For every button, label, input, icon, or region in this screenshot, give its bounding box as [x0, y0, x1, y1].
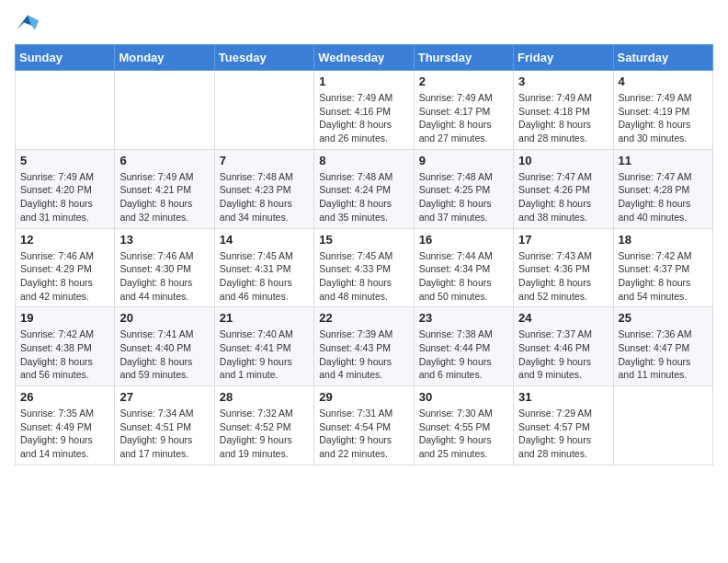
day-info: Sunrise: 7:35 AMSunset: 4:49 PMDaylight:… — [20, 407, 109, 461]
day-info: Sunrise: 7:37 AMSunset: 4:46 PMDaylight:… — [518, 327, 608, 382]
day-number: 12 — [20, 233, 109, 247]
day-info: Sunrise: 7:48 AMSunset: 4:24 PMDaylight:… — [319, 170, 408, 224]
calendar-day-28: 28Sunrise: 7:32 AMSunset: 4:52 PMDayligh… — [214, 386, 313, 465]
empty-cell — [115, 71, 214, 150]
day-info: Sunrise: 7:49 AMSunset: 4:19 PMDaylight:… — [619, 91, 708, 145]
day-number: 20 — [119, 311, 209, 325]
calendar-day-12: 12Sunrise: 7:46 AMSunset: 4:29 PMDayligh… — [16, 228, 115, 307]
day-info: Sunrise: 7:34 AMSunset: 4:51 PMDaylight:… — [119, 407, 209, 461]
day-number: 4 — [619, 75, 708, 88]
calendar-week-row: 19Sunrise: 7:42 AMSunset: 4:38 PMDayligh… — [16, 307, 713, 386]
day-info: Sunrise: 7:44 AMSunset: 4:34 PMDaylight:… — [419, 249, 508, 304]
day-number: 13 — [119, 233, 209, 247]
day-number: 19 — [20, 311, 109, 325]
calendar-day-6: 6Sunrise: 7:49 AMSunset: 4:21 PMDaylight… — [115, 149, 214, 228]
col-header-monday: Monday — [115, 45, 214, 71]
calendar-week-row: 12Sunrise: 7:46 AMSunset: 4:29 PMDayligh… — [16, 228, 713, 307]
day-number: 30 — [419, 390, 508, 404]
calendar-day-1: 1Sunrise: 7:49 AMSunset: 4:16 PMDaylight… — [314, 71, 414, 150]
day-number: 8 — [319, 154, 408, 167]
day-info: Sunrise: 7:47 AMSunset: 4:26 PMDaylight:… — [518, 170, 608, 224]
day-info: Sunrise: 7:41 AMSunset: 4:40 PMDaylight:… — [119, 327, 209, 382]
day-info: Sunrise: 7:38 AMSunset: 4:44 PMDaylight:… — [419, 327, 508, 382]
calendar-table: SundayMondayTuesdayWednesdayThursdayFrid… — [15, 44, 713, 465]
day-info: Sunrise: 7:49 AMSunset: 4:18 PMDaylight:… — [518, 91, 608, 145]
empty-cell — [16, 71, 115, 150]
day-number: 17 — [518, 233, 608, 247]
calendar-day-8: 8Sunrise: 7:48 AMSunset: 4:24 PMDaylight… — [314, 149, 414, 228]
calendar-day-31: 31Sunrise: 7:29 AMSunset: 4:57 PMDayligh… — [514, 386, 613, 465]
day-info: Sunrise: 7:31 AMSunset: 4:54 PMDaylight:… — [319, 407, 408, 461]
day-number: 22 — [319, 311, 408, 325]
calendar-day-23: 23Sunrise: 7:38 AMSunset: 4:44 PMDayligh… — [414, 307, 513, 386]
day-number: 9 — [419, 154, 508, 167]
calendar-header-row: SundayMondayTuesdayWednesdayThursdayFrid… — [16, 45, 713, 71]
calendar-week-row: 26Sunrise: 7:35 AMSunset: 4:49 PMDayligh… — [16, 386, 713, 465]
calendar-day-7: 7Sunrise: 7:48 AMSunset: 4:23 PMDaylight… — [214, 149, 313, 228]
calendar-day-29: 29Sunrise: 7:31 AMSunset: 4:54 PMDayligh… — [314, 386, 414, 465]
col-header-sunday: Sunday — [16, 45, 115, 71]
day-info: Sunrise: 7:48 AMSunset: 4:25 PMDaylight:… — [419, 170, 508, 224]
day-number: 31 — [518, 390, 608, 404]
logo — [15, 15, 39, 33]
day-number: 27 — [119, 390, 209, 404]
calendar-day-17: 17Sunrise: 7:43 AMSunset: 4:36 PMDayligh… — [514, 228, 613, 307]
calendar-day-25: 25Sunrise: 7:36 AMSunset: 4:47 PMDayligh… — [613, 307, 712, 386]
calendar-day-20: 20Sunrise: 7:41 AMSunset: 4:40 PMDayligh… — [115, 307, 214, 386]
calendar-day-11: 11Sunrise: 7:47 AMSunset: 4:28 PMDayligh… — [613, 149, 712, 228]
day-info: Sunrise: 7:48 AMSunset: 4:23 PMDaylight:… — [220, 170, 309, 224]
day-info: Sunrise: 7:29 AMSunset: 4:57 PMDaylight:… — [518, 407, 608, 461]
calendar-week-row: 1Sunrise: 7:49 AMSunset: 4:16 PMDaylight… — [16, 71, 713, 150]
page-header — [15, 15, 713, 33]
calendar-day-4: 4Sunrise: 7:49 AMSunset: 4:19 PMDaylight… — [613, 71, 712, 150]
day-number: 18 — [619, 233, 708, 247]
calendar-day-26: 26Sunrise: 7:35 AMSunset: 4:49 PMDayligh… — [16, 386, 115, 465]
day-info: Sunrise: 7:39 AMSunset: 4:43 PMDaylight:… — [319, 327, 408, 382]
calendar-day-27: 27Sunrise: 7:34 AMSunset: 4:51 PMDayligh… — [115, 386, 214, 465]
day-number: 21 — [220, 311, 309, 325]
day-number: 25 — [619, 311, 708, 325]
day-info: Sunrise: 7:49 AMSunset: 4:21 PMDaylight:… — [119, 170, 209, 224]
calendar-day-16: 16Sunrise: 7:44 AMSunset: 4:34 PMDayligh… — [414, 228, 513, 307]
day-number: 1 — [319, 75, 408, 88]
day-info: Sunrise: 7:47 AMSunset: 4:28 PMDaylight:… — [619, 170, 708, 224]
day-number: 24 — [518, 311, 608, 325]
calendar-day-15: 15Sunrise: 7:45 AMSunset: 4:33 PMDayligh… — [314, 228, 414, 307]
col-header-tuesday: Tuesday — [214, 45, 313, 71]
day-info: Sunrise: 7:49 AMSunset: 4:16 PMDaylight:… — [319, 91, 408, 145]
day-info: Sunrise: 7:49 AMSunset: 4:17 PMDaylight:… — [419, 91, 508, 145]
day-info: Sunrise: 7:49 AMSunset: 4:20 PMDaylight:… — [20, 170, 109, 224]
calendar-day-9: 9Sunrise: 7:48 AMSunset: 4:25 PMDaylight… — [414, 149, 513, 228]
calendar-day-22: 22Sunrise: 7:39 AMSunset: 4:43 PMDayligh… — [314, 307, 414, 386]
day-info: Sunrise: 7:45 AMSunset: 4:33 PMDaylight:… — [319, 249, 408, 304]
day-number: 5 — [20, 154, 109, 167]
col-header-wednesday: Wednesday — [314, 45, 414, 71]
calendar-day-18: 18Sunrise: 7:42 AMSunset: 4:37 PMDayligh… — [613, 228, 712, 307]
calendar-day-2: 2Sunrise: 7:49 AMSunset: 4:17 PMDaylight… — [414, 71, 513, 150]
col-header-friday: Friday — [514, 45, 613, 71]
day-info: Sunrise: 7:43 AMSunset: 4:36 PMDaylight:… — [518, 249, 608, 304]
day-info: Sunrise: 7:46 AMSunset: 4:29 PMDaylight:… — [20, 249, 109, 304]
day-number: 28 — [220, 390, 309, 404]
day-number: 3 — [518, 75, 608, 88]
calendar-week-row: 5Sunrise: 7:49 AMSunset: 4:20 PMDaylight… — [16, 149, 713, 228]
col-header-thursday: Thursday — [414, 45, 513, 71]
day-number: 11 — [619, 154, 708, 167]
day-info: Sunrise: 7:42 AMSunset: 4:37 PMDaylight:… — [619, 249, 708, 304]
day-info: Sunrise: 7:40 AMSunset: 4:41 PMDaylight:… — [220, 327, 309, 382]
calendar-day-21: 21Sunrise: 7:40 AMSunset: 4:41 PMDayligh… — [214, 307, 313, 386]
day-info: Sunrise: 7:46 AMSunset: 4:30 PMDaylight:… — [119, 249, 209, 304]
day-info: Sunrise: 7:32 AMSunset: 4:52 PMDaylight:… — [220, 407, 309, 461]
calendar-day-3: 3Sunrise: 7:49 AMSunset: 4:18 PMDaylight… — [514, 71, 613, 150]
empty-cell — [613, 386, 712, 465]
col-header-saturday: Saturday — [613, 45, 712, 71]
day-info: Sunrise: 7:36 AMSunset: 4:47 PMDaylight:… — [619, 327, 708, 382]
calendar-day-30: 30Sunrise: 7:30 AMSunset: 4:55 PMDayligh… — [414, 386, 513, 465]
day-number: 10 — [518, 154, 608, 167]
day-info: Sunrise: 7:42 AMSunset: 4:38 PMDaylight:… — [20, 327, 109, 382]
day-number: 7 — [220, 154, 309, 167]
calendar-day-14: 14Sunrise: 7:45 AMSunset: 4:31 PMDayligh… — [214, 228, 313, 307]
calendar-day-5: 5Sunrise: 7:49 AMSunset: 4:20 PMDaylight… — [16, 149, 115, 228]
day-info: Sunrise: 7:30 AMSunset: 4:55 PMDaylight:… — [419, 407, 508, 461]
day-number: 6 — [119, 154, 209, 167]
